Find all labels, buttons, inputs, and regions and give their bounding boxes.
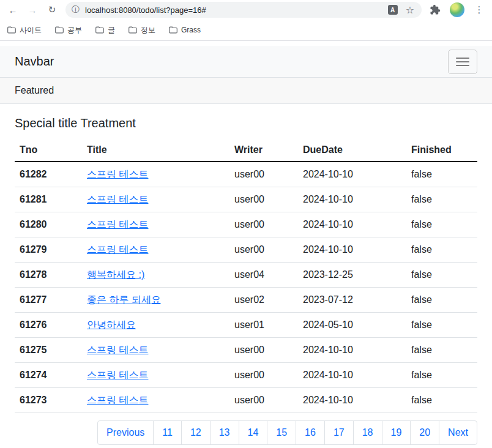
bookmark-folder-site[interactable]: 사이트 xyxy=(7,25,42,35)
bookmarks-bar: 사이트 공부 글 정보 Grass xyxy=(0,20,492,41)
pagination-page-18[interactable]: 18 xyxy=(353,420,382,445)
forward-icon[interactable]: → xyxy=(23,1,42,19)
col-header-title: Title xyxy=(82,139,229,162)
cell-duedate: 2023-07-12 xyxy=(298,288,406,313)
cell-writer: user01 xyxy=(229,313,298,338)
cell-tno: 61276 xyxy=(15,313,82,338)
cell-tno: 61279 xyxy=(15,237,82,263)
pagination-page-11[interactable]: 11 xyxy=(153,420,182,445)
cell-finished: false xyxy=(406,363,477,388)
cell-tno: 61277 xyxy=(15,288,82,313)
todo-title-link[interactable]: 행복하세요 :) xyxy=(87,269,144,280)
webpage: Navbar Featured Special title Treatment … xyxy=(0,41,492,445)
col-header-tno: Tno xyxy=(15,139,82,162)
todo-title-link[interactable]: 스프링 테스트 xyxy=(87,169,148,179)
bookmark-label: 글 xyxy=(108,25,115,35)
address-bar[interactable]: ⓘ localhost:8080/todo/list?page=16# A ☆ xyxy=(65,2,422,18)
cell-finished: false xyxy=(406,237,477,263)
reload-icon[interactable]: ↻ xyxy=(43,1,61,19)
url-text[interactable]: localhost:8080/todo/list?page=16# xyxy=(85,6,388,15)
pagination-next[interactable]: Next xyxy=(439,420,477,445)
table-header-row: Tno Title Writer DueDate Finished xyxy=(15,139,477,162)
table-row: 61281 스프링 테스트 user00 2024-10-10 false xyxy=(15,187,477,212)
cell-writer: user00 xyxy=(229,212,298,237)
cell-finished: false xyxy=(406,187,477,212)
cell-duedate: 2024-05-10 xyxy=(298,313,406,338)
pagination-page-13[interactable]: 13 xyxy=(210,420,239,445)
cell-finished: false xyxy=(406,263,477,288)
cell-tno: 61280 xyxy=(15,212,82,237)
pagination-previous[interactable]: Previous xyxy=(97,420,154,445)
navbar: Navbar xyxy=(0,46,492,78)
site-info-icon[interactable]: ⓘ xyxy=(72,4,80,15)
cell-duedate: 2024-10-10 xyxy=(298,338,406,363)
bookmark-folder-info[interactable]: 정보 xyxy=(129,25,155,35)
todo-title-link[interactable]: 안녕하세요 xyxy=(87,319,136,330)
browser-menu-icon[interactable]: ⋮ xyxy=(470,1,488,19)
cell-duedate: 2024-10-10 xyxy=(298,237,406,263)
bookmark-folder-grass[interactable]: Grass xyxy=(169,26,201,34)
bookmark-label: Grass xyxy=(181,26,201,34)
pagination: Previous 11 12 13 14 15 16 17 18 19 20 N… xyxy=(15,420,477,445)
table-row: 61275 스프링 테스트 user00 2024-10-10 false xyxy=(15,338,477,363)
folder-icon xyxy=(95,26,104,34)
table-row: 61280 스프링 테스트 user00 2024-10-10 false xyxy=(15,212,477,237)
pagination-page-14[interactable]: 14 xyxy=(239,420,268,445)
cell-writer: user00 xyxy=(229,187,298,212)
pagination-page-20[interactable]: 20 xyxy=(410,420,439,445)
bookmark-folder-writing[interactable]: 글 xyxy=(95,25,115,35)
todo-title-link[interactable]: 좋은 하루 되세요 xyxy=(87,294,161,305)
cell-writer: user04 xyxy=(229,263,298,288)
pagination-page-17[interactable]: 17 xyxy=(324,420,354,445)
card-body: Special title Treatment Tno Title Writer… xyxy=(0,104,492,445)
table-row: 61282 스프링 테스트 user00 2024-10-10 false xyxy=(15,162,477,187)
col-header-writer: Writer xyxy=(229,139,298,162)
pagination-page-16[interactable]: 16 xyxy=(296,420,325,445)
folder-icon xyxy=(7,26,16,34)
todo-title-link[interactable]: 스프링 테스트 xyxy=(87,219,148,230)
todo-title-link[interactable]: 스프링 테스트 xyxy=(87,345,148,355)
cell-tno: 61282 xyxy=(15,162,82,187)
folder-icon xyxy=(129,26,137,34)
table-row: 61278 행복하세요 :) user04 2023-12-25 false xyxy=(15,263,477,288)
pagination-page-12[interactable]: 12 xyxy=(181,420,211,445)
table-row: 61279 스프링 테스트 user00 2024-10-10 false xyxy=(15,237,477,263)
cell-tno: 61275 xyxy=(15,338,82,363)
pagination-page-19[interactable]: 19 xyxy=(382,420,411,445)
navbar-brand[interactable]: Navbar xyxy=(15,54,54,69)
bookmark-label: 공부 xyxy=(67,25,82,35)
page-title: Special title Treatment xyxy=(15,116,477,130)
bookmark-label: 사이트 xyxy=(20,25,42,35)
cell-duedate: 2024-10-10 xyxy=(298,162,406,187)
table-row: 61274 스프링 테스트 user00 2024-10-10 false xyxy=(15,363,477,388)
cell-tno: 61274 xyxy=(15,363,82,388)
todo-title-link[interactable]: 스프링 테스트 xyxy=(87,194,148,204)
back-icon[interactable]: ← xyxy=(4,1,22,19)
todo-title-link[interactable]: 스프링 테스트 xyxy=(87,370,148,380)
table-row: 61277 좋은 하루 되세요 user02 2023-07-12 false xyxy=(15,288,477,313)
bookmark-star-icon[interactable]: ☆ xyxy=(406,4,414,16)
todo-title-link[interactable]: 스프링 테스트 xyxy=(87,395,148,405)
col-header-finished: Finished xyxy=(406,139,477,162)
table-row: 61276 안녕하세요 user01 2024-05-10 false xyxy=(15,313,477,338)
profile-avatar[interactable] xyxy=(450,2,464,17)
cell-tno: 61281 xyxy=(15,187,82,212)
pagination-page-15[interactable]: 15 xyxy=(267,420,296,445)
folder-icon xyxy=(169,26,177,34)
extensions-icon[interactable] xyxy=(426,1,444,19)
navbar-toggler-button[interactable] xyxy=(448,50,477,74)
cell-writer: user00 xyxy=(229,388,298,413)
cell-writer: user00 xyxy=(229,338,298,363)
cell-writer: user00 xyxy=(229,162,298,187)
translate-icon[interactable]: A xyxy=(388,5,398,15)
cell-finished: false xyxy=(406,313,477,338)
cell-duedate: 2024-10-10 xyxy=(298,187,406,212)
bookmark-folder-study[interactable]: 공부 xyxy=(55,25,82,35)
cell-duedate: 2024-10-10 xyxy=(298,212,406,237)
browser-toolbar: ← → ↻ ⓘ localhost:8080/todo/list?page=16… xyxy=(0,0,492,20)
cell-finished: false xyxy=(406,338,477,363)
todo-title-link[interactable]: 스프링 테스트 xyxy=(87,244,148,255)
card-header-label: Featured xyxy=(15,85,54,95)
cell-finished: false xyxy=(406,288,477,313)
cell-duedate: 2023-12-25 xyxy=(298,263,406,288)
